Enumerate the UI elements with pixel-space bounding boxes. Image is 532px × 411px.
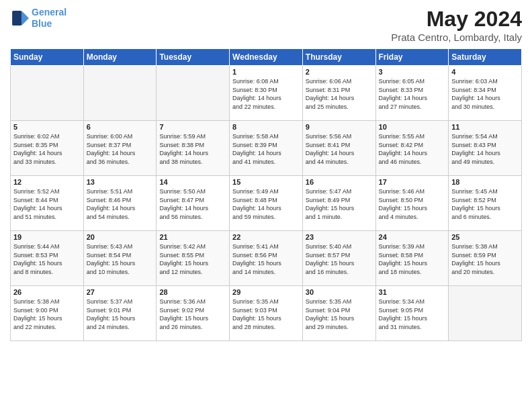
day-info: Sunrise: 5:35 AM Sunset: 9:03 PM Dayligh…	[232, 298, 300, 331]
day-info: Sunrise: 5:42 AM Sunset: 8:55 PM Dayligh…	[159, 242, 226, 276]
calendar-cell: 19Sunrise: 5:44 AM Sunset: 8:53 PM Dayli…	[11, 231, 84, 286]
day-info: Sunrise: 5:51 AM Sunset: 8:46 PM Dayligh…	[87, 187, 154, 221]
title-block: May 2024 Prata Centro, Lombardy, Italy	[391, 7, 522, 43]
day-info: Sunrise: 5:49 AM Sunset: 8:48 PM Dayligh…	[232, 187, 300, 221]
calendar-cell: 5Sunrise: 6:02 AM Sunset: 8:35 PM Daylig…	[11, 121, 84, 176]
calendar-cell: 6Sunrise: 6:00 AM Sunset: 8:37 PM Daylig…	[83, 121, 157, 176]
calendar-cell	[157, 66, 230, 121]
day-number: 23	[306, 233, 373, 241]
calendar-cell: 8Sunrise: 5:58 AM Sunset: 8:39 PM Daylig…	[230, 121, 303, 176]
location-subtitle: Prata Centro, Lombardy, Italy	[391, 32, 522, 43]
calendar-header-wednesday: Wednesday	[230, 49, 303, 66]
day-number: 24	[379, 233, 446, 241]
day-info: Sunrise: 5:50 AM Sunset: 8:47 PM Dayligh…	[159, 187, 226, 221]
calendar-cell: 29Sunrise: 5:35 AM Sunset: 9:03 PM Dayli…	[230, 286, 303, 341]
day-number: 14	[159, 178, 226, 186]
day-info: Sunrise: 5:55 AM Sunset: 8:42 PM Dayligh…	[379, 132, 446, 166]
day-info: Sunrise: 5:45 AM Sunset: 8:52 PM Dayligh…	[451, 187, 519, 221]
day-info: Sunrise: 5:40 AM Sunset: 8:57 PM Dayligh…	[306, 242, 373, 276]
day-info: Sunrise: 5:37 AM Sunset: 9:01 PM Dayligh…	[87, 298, 154, 331]
day-number: 18	[451, 178, 519, 186]
calendar-cell: 14Sunrise: 5:50 AM Sunset: 8:47 PM Dayli…	[157, 176, 230, 231]
day-number: 9	[306, 123, 373, 131]
calendar-cell: 16Sunrise: 5:47 AM Sunset: 8:49 PM Dayli…	[302, 176, 375, 231]
day-number: 28	[159, 288, 226, 296]
day-number: 29	[232, 288, 300, 296]
calendar-cell: 2Sunrise: 6:06 AM Sunset: 8:31 PM Daylig…	[302, 66, 375, 121]
calendar-cell: 1Sunrise: 6:08 AM Sunset: 8:30 PM Daylig…	[230, 66, 303, 121]
calendar-cell: 15Sunrise: 5:49 AM Sunset: 8:48 PM Dayli…	[230, 176, 303, 231]
day-number: 13	[87, 178, 154, 186]
calendar-header-row: SundayMondayTuesdayWednesdayThursdayFrid…	[11, 49, 522, 66]
day-number: 30	[306, 288, 373, 296]
day-number: 25	[451, 233, 519, 241]
day-info: Sunrise: 5:54 AM Sunset: 8:43 PM Dayligh…	[451, 132, 519, 166]
day-info: Sunrise: 5:44 AM Sunset: 8:53 PM Dayligh…	[13, 242, 81, 276]
day-info: Sunrise: 5:59 AM Sunset: 8:38 PM Dayligh…	[159, 132, 226, 166]
day-info: Sunrise: 5:34 AM Sunset: 9:05 PM Dayligh…	[379, 298, 446, 331]
day-info: Sunrise: 5:38 AM Sunset: 8:59 PM Dayligh…	[451, 242, 519, 276]
svg-marker-0	[21, 11, 29, 26]
calendar-cell: 11Sunrise: 5:54 AM Sunset: 8:43 PM Dayli…	[449, 121, 522, 176]
calendar-cell: 23Sunrise: 5:40 AM Sunset: 8:57 PM Dayli…	[302, 231, 375, 286]
day-number: 31	[379, 288, 446, 296]
month-year-title: May 2024	[391, 7, 522, 32]
calendar-cell: 21Sunrise: 5:42 AM Sunset: 8:55 PM Dayli…	[157, 231, 230, 286]
logo: General Blue	[10, 7, 66, 30]
day-info: Sunrise: 5:46 AM Sunset: 8:50 PM Dayligh…	[379, 187, 446, 221]
day-info: Sunrise: 6:02 AM Sunset: 8:35 PM Dayligh…	[13, 132, 81, 166]
calendar-header-sunday: Sunday	[11, 49, 84, 66]
day-info: Sunrise: 5:58 AM Sunset: 8:39 PM Dayligh…	[232, 132, 300, 166]
day-info: Sunrise: 5:39 AM Sunset: 8:58 PM Dayligh…	[379, 242, 446, 276]
calendar-cell: 22Sunrise: 5:41 AM Sunset: 8:56 PM Dayli…	[230, 231, 303, 286]
day-number: 17	[379, 178, 446, 186]
calendar-cell: 25Sunrise: 5:38 AM Sunset: 8:59 PM Dayli…	[449, 231, 522, 286]
calendar-table: SundayMondayTuesdayWednesdayThursdayFrid…	[10, 48, 522, 341]
day-number: 6	[87, 123, 154, 131]
day-number: 4	[451, 68, 519, 76]
day-info: Sunrise: 6:05 AM Sunset: 8:33 PM Dayligh…	[379, 77, 446, 111]
calendar-cell: 17Sunrise: 5:46 AM Sunset: 8:50 PM Dayli…	[375, 176, 449, 231]
day-info: Sunrise: 6:03 AM Sunset: 8:34 PM Dayligh…	[451, 77, 519, 111]
calendar-cell: 9Sunrise: 5:56 AM Sunset: 8:41 PM Daylig…	[302, 121, 375, 176]
calendar-week-row: 19Sunrise: 5:44 AM Sunset: 8:53 PM Dayli…	[11, 231, 522, 286]
calendar-cell: 30Sunrise: 5:35 AM Sunset: 9:04 PM Dayli…	[302, 286, 375, 341]
day-info: Sunrise: 5:36 AM Sunset: 9:02 PM Dayligh…	[159, 298, 226, 331]
day-number: 27	[87, 288, 154, 296]
calendar-week-row: 1Sunrise: 6:08 AM Sunset: 8:30 PM Daylig…	[11, 66, 522, 121]
day-number: 10	[379, 123, 446, 131]
day-info: Sunrise: 6:08 AM Sunset: 8:30 PM Dayligh…	[232, 77, 300, 111]
logo-text: General Blue	[32, 7, 66, 30]
day-info: Sunrise: 5:52 AM Sunset: 8:44 PM Dayligh…	[13, 187, 81, 221]
day-number: 26	[13, 288, 81, 296]
day-info: Sunrise: 5:47 AM Sunset: 8:49 PM Dayligh…	[306, 187, 373, 221]
calendar-cell: 26Sunrise: 5:38 AM Sunset: 9:00 PM Dayli…	[11, 286, 84, 341]
calendar-cell: 4Sunrise: 6:03 AM Sunset: 8:34 PM Daylig…	[449, 66, 522, 121]
day-info: Sunrise: 5:38 AM Sunset: 9:00 PM Dayligh…	[13, 298, 81, 331]
calendar-header-tuesday: Tuesday	[157, 49, 230, 66]
day-info: Sunrise: 5:43 AM Sunset: 8:54 PM Dayligh…	[87, 242, 154, 276]
calendar-cell: 18Sunrise: 5:45 AM Sunset: 8:52 PM Dayli…	[449, 176, 522, 231]
calendar-cell: 27Sunrise: 5:37 AM Sunset: 9:01 PM Dayli…	[83, 286, 157, 341]
day-number: 7	[159, 123, 226, 131]
calendar-cell: 10Sunrise: 5:55 AM Sunset: 8:42 PM Dayli…	[375, 121, 449, 176]
calendar-header-monday: Monday	[83, 49, 157, 66]
day-number: 8	[232, 123, 300, 131]
day-number: 12	[13, 178, 81, 186]
day-number: 5	[13, 123, 81, 131]
svg-rect-1	[12, 11, 21, 26]
page-header: General Blue May 2024 Prata Centro, Lomb…	[10, 7, 522, 43]
calendar-header-friday: Friday	[375, 49, 449, 66]
day-number: 1	[232, 68, 300, 76]
calendar-cell: 13Sunrise: 5:51 AM Sunset: 8:46 PM Dayli…	[83, 176, 157, 231]
day-info: Sunrise: 5:41 AM Sunset: 8:56 PM Dayligh…	[232, 242, 300, 276]
day-number: 20	[87, 233, 154, 241]
day-number: 2	[306, 68, 373, 76]
calendar-week-row: 5Sunrise: 6:02 AM Sunset: 8:35 PM Daylig…	[11, 121, 522, 176]
calendar-week-row: 26Sunrise: 5:38 AM Sunset: 9:00 PM Dayli…	[11, 286, 522, 341]
day-info: Sunrise: 6:06 AM Sunset: 8:31 PM Dayligh…	[306, 77, 373, 111]
calendar-header-saturday: Saturday	[449, 49, 522, 66]
calendar-cell: 20Sunrise: 5:43 AM Sunset: 8:54 PM Dayli…	[83, 231, 157, 286]
logo-icon	[10, 9, 29, 28]
day-info: Sunrise: 5:35 AM Sunset: 9:04 PM Dayligh…	[306, 298, 373, 331]
